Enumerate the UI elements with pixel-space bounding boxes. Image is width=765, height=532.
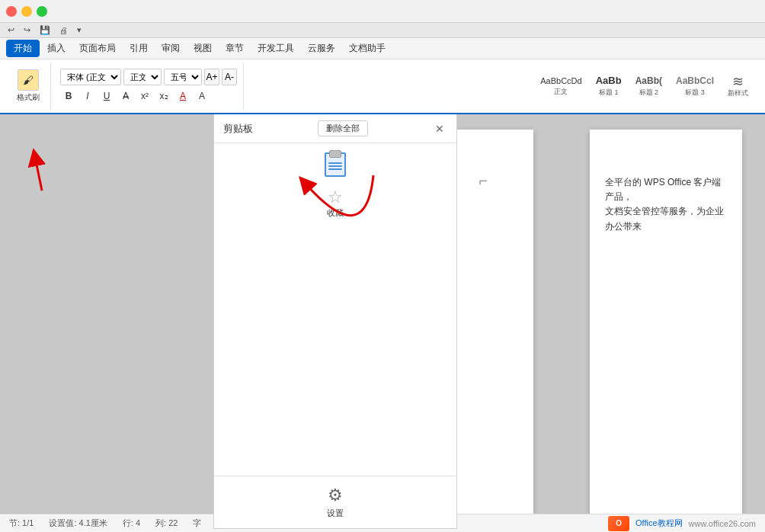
menu-bar: 开始 插入 页面布局 引用 审阅 视图 章节 开发工具 云服务 文档助手: [0, 38, 765, 59]
format-brush-label: 格式刷: [17, 92, 40, 103]
font-row-bottom: B I U A̶ x² x₂ A A: [60, 88, 237, 104]
style-h1[interactable]: AaBb 标题 1: [591, 73, 626, 99]
undo-button[interactable]: ↩: [5, 24, 18, 36]
watermark-text: www.office26.com: [689, 519, 756, 528]
font-color-button[interactable]: A: [174, 88, 191, 104]
menu-review[interactable]: 审阅: [155, 40, 186, 56]
ribbon-styles-section: AaBbCcDd 正文 AaBb 标题 1 AaBb( 标题 2 AaBbCcI…: [247, 62, 759, 110]
superscript-button[interactable]: x²: [136, 88, 153, 104]
style-normal-preview: AaBbCcDd: [540, 76, 581, 85]
style-h2-preview: AaBb(: [635, 75, 662, 86]
print-button[interactable]: 🖨: [56, 25, 71, 36]
new-style-label: 新样式: [728, 88, 748, 98]
doc-text-line2: 文档安全管控等服务，为企业办公带来: [605, 204, 727, 233]
status-word-count: 字: [193, 518, 201, 529]
clipboard-footer: ⚙ 设置: [214, 476, 456, 528]
quick-access-bar: ↩ ↪ 💾 🖨 ▾: [0, 23, 765, 38]
clipboard-panel: 剪贴板 删除全部 ✕ ☆ 收藏: [213, 114, 457, 529]
clipboard-title: 剪贴板: [223, 122, 253, 136]
format-brush-button[interactable]: 🖌 格式刷: [12, 66, 44, 106]
settings-label: 设置: [327, 508, 344, 519]
save-button[interactable]: 💾: [37, 24, 53, 36]
office-logo: O: [608, 516, 629, 531]
font-style-select[interactable]: 正文: [123, 69, 162, 85]
paste-line-2: [328, 165, 342, 167]
clipboard-paste-icon: [325, 152, 346, 177]
font-size-decrease[interactable]: A-: [222, 69, 237, 85]
font-controls: 宋体 (正文) 正文 五号 A+ A- B I U A̶ x² x₂ A A: [60, 69, 237, 104]
style-h1-preview: AaBb: [596, 75, 622, 86]
close-button[interactable]: [6, 6, 17, 17]
bold-button[interactable]: B: [60, 88, 77, 104]
document-right-page[interactable]: 全平台的 WPS Office 客户端产品， 文档安全管控等服务，为企业办公带来: [590, 130, 742, 514]
underline-button[interactable]: U: [98, 88, 115, 104]
menu-dev[interactable]: 开发工具: [251, 40, 300, 56]
clipboard-delete-all-button[interactable]: 删除全部: [318, 120, 368, 136]
status-right: O Office教程网 www.office26.com: [608, 516, 756, 531]
redo-button[interactable]: ↪: [21, 24, 34, 36]
new-style-button[interactable]: ≋ 新样式: [723, 73, 753, 100]
strikethrough-button[interactable]: A̶: [117, 88, 134, 104]
ribbon-clipboard-section: 🖌 格式刷: [6, 62, 51, 110]
menu-insert[interactable]: 插入: [41, 40, 72, 56]
paste-line-1: [328, 162, 342, 164]
star-icon: ☆: [328, 187, 343, 207]
gear-icon: ⚙: [328, 486, 343, 505]
style-h2[interactable]: AaBb( 标题 2: [631, 74, 667, 99]
clipboard-header: 剪贴板 删除全部 ✕: [214, 114, 456, 143]
italic-button[interactable]: I: [79, 88, 96, 104]
font-row-top: 宋体 (正文) 正文 五号 A+ A-: [60, 69, 237, 85]
menu-chapter[interactable]: 章节: [219, 40, 250, 56]
style-normal[interactable]: AaBbCcDd 正文: [536, 75, 586, 98]
doc-text-line1: 全平台的 WPS Office 客户端产品，: [605, 175, 727, 204]
subscript-button[interactable]: x₂: [155, 88, 172, 104]
minimize-button[interactable]: [21, 6, 32, 17]
new-style-icon: ≋: [732, 75, 744, 88]
style-h1-label: 标题 1: [599, 88, 619, 98]
ribbon-font-section: 宋体 (正文) 正文 五号 A+ A- B I U A̶ x² x₂ A A: [54, 62, 244, 110]
office-site-link[interactable]: Office教程网: [635, 518, 683, 529]
ribbon: 🖌 格式刷 宋体 (正文) 正文 五号 A+ A- B I: [0, 59, 765, 114]
more-quick-btn[interactable]: ▾: [74, 24, 85, 36]
paste-inner-icon: [325, 152, 346, 177]
style-normal-label: 正文: [554, 87, 568, 97]
highlight-button[interactable]: A: [194, 88, 210, 104]
doc-cursor-corner: ⌐: [479, 172, 488, 190]
menu-home[interactable]: 开始: [6, 40, 40, 57]
menu-view[interactable]: 视图: [187, 40, 218, 56]
style-h3-label: 标题 3: [685, 88, 705, 98]
menu-layout[interactable]: 页面布局: [73, 40, 122, 56]
menu-cloud[interactable]: 云服务: [302, 40, 341, 56]
menu-dochelper[interactable]: 文档助手: [343, 40, 392, 56]
menu-references[interactable]: 引用: [123, 40, 154, 56]
title-bar: [0, 0, 765, 23]
style-h2-label: 标题 2: [639, 88, 659, 98]
font-size-select[interactable]: 五号: [164, 69, 202, 85]
font-family-select[interactable]: 宋体 (正文): [60, 69, 121, 85]
status-line: 行: 4: [123, 518, 140, 529]
style-h3[interactable]: AaBbCcI 标题 3: [671, 74, 719, 99]
paste-lines: [328, 162, 342, 170]
main-area: ⌐ 📄 全平台的 WPS Office 客户端产品， 文档安全管控等服务，为企业…: [0, 114, 765, 529]
svg-line-0: [35, 157, 42, 191]
format-brush-icon: 🖌: [18, 69, 39, 91]
clipboard-close-button[interactable]: ✕: [432, 121, 447, 136]
maximize-button[interactable]: [37, 6, 47, 17]
settings-button[interactable]: ⚙ 设置: [327, 486, 344, 519]
paste-line-3: [328, 168, 342, 170]
collect-button[interactable]: ☆ 收藏: [322, 183, 348, 223]
clipboard-content: ☆ 收藏: [214, 143, 456, 476]
font-size-increase[interactable]: A+: [204, 69, 219, 85]
status-section: 节: 1/1: [9, 518, 34, 529]
style-h3-preview: AaBbCcI: [676, 75, 714, 86]
status-column: 列: 22: [155, 518, 178, 529]
collect-label: 收藏: [327, 207, 344, 219]
status-position: 设置值: 4.1厘米: [49, 518, 107, 529]
